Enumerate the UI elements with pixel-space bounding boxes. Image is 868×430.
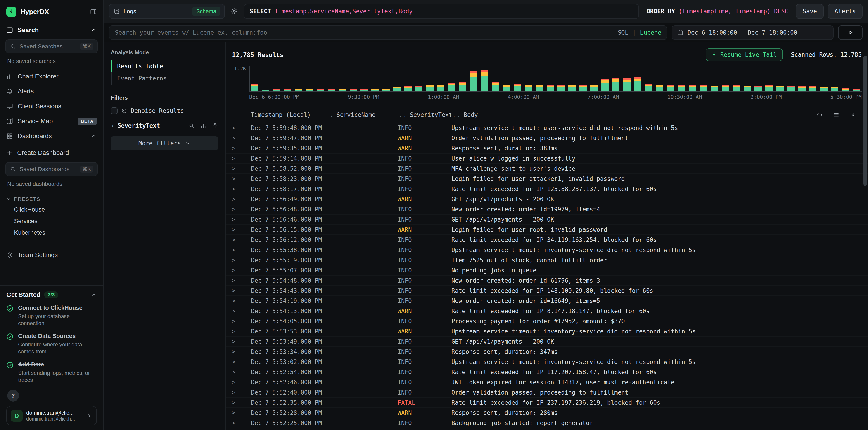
- event-search-input[interactable]: Search your events w/ Lucene ex. column:…: [109, 25, 667, 40]
- histogram-bar[interactable]: [754, 70, 762, 91]
- log-row[interactable]: >Dec 7 5:56:15.000 PMWARNLogin failed fo…: [226, 224, 868, 234]
- histogram-bar[interactable]: [700, 70, 707, 91]
- histogram-bar[interactable]: [481, 70, 488, 91]
- get-started-header[interactable]: Get Started 3/3: [6, 291, 97, 298]
- get-started-item[interactable]: Create Data SourcesConfigure where your …: [6, 333, 97, 355]
- histogram-bar[interactable]: [426, 70, 433, 91]
- view-sql-icon[interactable]: [815, 110, 825, 120]
- preset-item-clickhouse[interactable]: ClickHouse: [0, 204, 103, 216]
- histogram-bar[interactable]: [459, 70, 466, 91]
- expand-row-icon[interactable]: >: [232, 389, 246, 396]
- histogram-bar[interactable]: [470, 70, 477, 91]
- get-started-item[interactable]: Add DataStart sending logs, metrics, or …: [6, 361, 97, 384]
- log-row[interactable]: >Dec 7 5:52:25.000 PMINFOBackground job …: [226, 418, 868, 428]
- histogram-bar[interactable]: [776, 70, 784, 91]
- log-row[interactable]: >Dec 7 5:52:28.000 PMWARNResponse sent, …: [226, 407, 868, 418]
- sidebar-item-dashboards[interactable]: Dashboards: [0, 129, 103, 143]
- preset-item-kubernetes[interactable]: Kubernetes: [0, 227, 103, 238]
- log-row[interactable]: >Dec 7 5:52:54.000 PMINFORate limit exce…: [226, 367, 868, 377]
- expand-row-icon[interactable]: >: [232, 359, 246, 365]
- log-row[interactable]: >Dec 7 5:53:02.000 PMINFOUpstream servic…: [226, 357, 868, 367]
- histogram-bar[interactable]: [787, 70, 795, 91]
- log-row[interactable]: >Dec 7 5:53:34.000 PMINFOResponse sent, …: [226, 346, 868, 357]
- saved-dashboards-input[interactable]: Saved Dashboards ⌘K: [5, 162, 98, 176]
- log-row[interactable]: >Dec 7 5:55:38.000 PMINFOUpstream servic…: [226, 244, 868, 255]
- log-row[interactable]: >Dec 7 5:53:53.000 PMWARNUpstream servic…: [226, 326, 868, 336]
- histogram-bar[interactable]: [328, 70, 335, 91]
- save-button[interactable]: Save: [796, 4, 824, 19]
- histogram-bar[interactable]: [361, 70, 368, 91]
- log-row[interactable]: >Dec 7 5:59:14.000 PMINFOUser alice_w lo…: [226, 153, 868, 163]
- sidebar-item-service-map[interactable]: Service Map BETA: [0, 114, 103, 129]
- histogram-bar[interactable]: [514, 70, 521, 91]
- help-button[interactable]: ?: [7, 390, 19, 401]
- log-row[interactable]: >Dec 7 5:52:40.000 PMINFOOrder validatio…: [226, 387, 868, 397]
- log-row[interactable]: >Dec 7 5:54:19.000 PMINFONew order creat…: [226, 296, 868, 306]
- download-icon[interactable]: [848, 110, 858, 120]
- histogram-bar[interactable]: [547, 70, 554, 91]
- expand-row-icon[interactable]: >: [232, 308, 246, 314]
- log-row[interactable]: >Dec 7 5:58:23.000 PMINFOLogin failed fo…: [226, 173, 868, 184]
- mode-results-table[interactable]: Results Table: [111, 60, 218, 72]
- date-range-picker[interactable]: Dec 6 18:00:00 - Dec 7 18:00:00: [672, 25, 834, 40]
- expand-row-icon[interactable]: >: [232, 165, 246, 172]
- histogram-bar[interactable]: [612, 70, 619, 91]
- expand-facet-icon[interactable]: ›: [111, 122, 115, 129]
- source-selector[interactable]: Logs Schema: [109, 4, 225, 19]
- log-row[interactable]: >Dec 7 5:56:48.000 PMINFONew order creat…: [226, 204, 868, 214]
- histogram-bar[interactable]: [590, 70, 597, 91]
- histogram-bar[interactable]: [404, 70, 411, 91]
- sidebar-item-alerts[interactable]: Alerts: [0, 84, 103, 99]
- orderby-input[interactable]: ORDER BY(TimestampTime, Timestamp) DESC: [643, 8, 792, 15]
- user-menu[interactable]: D dominic.tran@clic... dominic.tran@clic…: [6, 406, 97, 426]
- resume-live-tail-button[interactable]: Resume Live Tail: [706, 48, 782, 61]
- histogram-bar[interactable]: [722, 70, 729, 91]
- saved-searches-input[interactable]: Saved Searches ⌘K: [5, 39, 98, 53]
- expand-row-icon[interactable]: >: [232, 298, 246, 304]
- log-row[interactable]: >Dec 7 5:55:07.000 PMINFONo pending jobs…: [226, 265, 868, 275]
- expand-row-icon[interactable]: >: [232, 277, 246, 284]
- histogram-bar[interactable]: [601, 70, 609, 91]
- source-settings-button[interactable]: [229, 6, 240, 17]
- expand-row-icon[interactable]: >: [232, 176, 246, 182]
- histogram-bar[interactable]: [580, 70, 587, 91]
- histogram-bar[interactable]: [557, 70, 565, 91]
- histogram-bar[interactable]: [765, 70, 773, 91]
- expand-row-icon[interactable]: >: [232, 206, 246, 212]
- histogram-bar[interactable]: [711, 70, 718, 91]
- expand-row-icon[interactable]: >: [232, 399, 246, 406]
- histogram-bar[interactable]: [295, 70, 302, 91]
- histogram-bar[interactable]: [744, 70, 751, 91]
- histogram-bar[interactable]: [503, 70, 510, 91]
- expand-row-icon[interactable]: >: [232, 145, 246, 152]
- log-row[interactable]: >Dec 7 5:54:13.000 PMWARNRate limit exce…: [226, 306, 868, 316]
- histogram-bar[interactable]: [798, 70, 806, 91]
- log-row[interactable]: >Dec 7 5:56:12.000 PMINFORate limit exce…: [226, 234, 868, 244]
- histogram-bar[interactable]: [809, 70, 816, 91]
- histogram-bar[interactable]: [733, 70, 740, 91]
- column-header-body[interactable]: ⋮⋮Body: [452, 111, 862, 118]
- log-row[interactable]: >Dec 7 5:54:48.000 PMINFONew order creat…: [226, 275, 868, 285]
- denoise-checkbox[interactable]: [111, 107, 118, 114]
- log-row[interactable]: >Dec 7 5:54:05.000 PMINFOProcessing paym…: [226, 316, 868, 326]
- log-row[interactable]: >Dec 7 5:52:35.000 PMFATALRate limit exc…: [226, 397, 868, 407]
- histogram-bar[interactable]: [251, 70, 258, 91]
- sidebar-item-chart-explorer[interactable]: Chart Explorer: [0, 69, 103, 84]
- facet-search-icon[interactable]: [189, 123, 194, 129]
- expand-row-icon[interactable]: >: [232, 379, 246, 386]
- expand-row-icon[interactable]: >: [232, 125, 246, 131]
- log-row[interactable]: >Dec 7 5:52:46.000 PMINFOJWT token expir…: [226, 377, 868, 387]
- get-started-item[interactable]: Connect to ClickHouseSet up your databas…: [6, 304, 97, 327]
- column-header-severitytext[interactable]: ⋮⋮SeverityText: [398, 111, 452, 118]
- histogram-bar[interactable]: [535, 70, 543, 91]
- histogram-bar[interactable]: [842, 70, 849, 91]
- histogram-bar[interactable]: [437, 70, 444, 91]
- expand-row-icon[interactable]: >: [232, 227, 246, 233]
- log-row[interactable]: >Dec 7 5:54:43.000 PMINFORate limit exce…: [226, 285, 868, 296]
- histogram-bar[interactable]: [568, 70, 576, 91]
- histogram-bar[interactable]: [667, 70, 674, 91]
- create-dashboard-button[interactable]: Create Dashboard: [0, 145, 103, 160]
- histogram-bar[interactable]: [656, 70, 663, 91]
- histogram-bar[interactable]: [525, 70, 532, 91]
- histogram-bar[interactable]: [317, 70, 324, 91]
